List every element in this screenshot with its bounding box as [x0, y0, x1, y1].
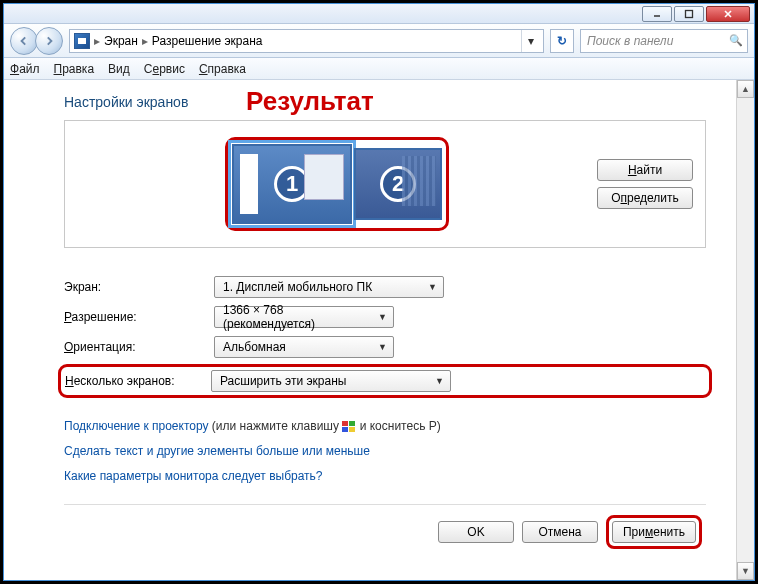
screen-select[interactable]: 1. Дисплей мобильного ПК ▼: [214, 276, 444, 298]
scroll-up-button[interactable]: ▲: [737, 80, 754, 98]
highlight-apply: Применить: [606, 515, 702, 549]
titlebar: [4, 4, 754, 24]
monitor-number: 1: [274, 166, 310, 202]
orientation-select[interactable]: Альбомная ▼: [214, 336, 394, 358]
monitor-1[interactable]: 1: [232, 144, 352, 224]
ok-button[interactable]: OK: [438, 521, 514, 543]
resolution-select[interactable]: 1366 × 768 (рекомендуется) ▼: [214, 306, 394, 328]
breadcrumb-item[interactable]: Разрешение экрана: [152, 34, 263, 48]
multi-label: Несколько экранов:: [65, 374, 197, 388]
vertical-scrollbar[interactable]: ▲ ▼: [736, 80, 754, 580]
menu-view[interactable]: Вид: [108, 62, 130, 76]
search-placeholder: Поиск в панели: [587, 34, 673, 48]
footer-buttons: OK Отмена Применить: [64, 505, 706, 553]
menu-file[interactable]: Файл: [10, 62, 40, 76]
projector-link[interactable]: Подключение к проектору: [64, 419, 209, 433]
windows-key-icon: [342, 421, 356, 433]
back-button[interactable]: [10, 27, 38, 55]
menu-tools[interactable]: Сервис: [144, 62, 185, 76]
address-bar: ▸ Экран ▸ Разрешение экрана ▾ ↻ Поиск в …: [4, 24, 754, 58]
content-area: Результат Настройки экранов 1 2: [4, 80, 736, 580]
window: ▸ Экран ▸ Разрешение экрана ▾ ↻ Поиск в …: [3, 3, 755, 581]
orientation-value: Альбомная: [223, 340, 286, 354]
screen-label: Экран:: [64, 280, 194, 294]
projector-hint2: и коснитесь P): [360, 419, 441, 433]
page-title: Настройки экранов: [64, 94, 706, 110]
menu-help[interactable]: Справка: [199, 62, 246, 76]
multi-display-select[interactable]: Расширить эти экраны ▼: [211, 370, 451, 392]
control-panel-icon: [74, 33, 90, 49]
scroll-down-button[interactable]: ▼: [737, 562, 754, 580]
identify-button[interactable]: Определить: [597, 187, 693, 209]
monitor-2[interactable]: 2: [354, 148, 442, 220]
apply-button[interactable]: Применить: [612, 521, 696, 543]
chevron-right-icon: ▸: [94, 34, 100, 48]
breadcrumb-item[interactable]: Экран: [104, 34, 138, 48]
svg-rect-1: [686, 10, 693, 17]
projector-hint: (или нажмите клавишу: [212, 419, 343, 433]
links-section: Подключение к проектору (или нажмите кла…: [64, 414, 706, 490]
orientation-label: Ориентация:: [64, 340, 194, 354]
refresh-button[interactable]: ↻: [550, 29, 574, 53]
resolution-value: 1366 × 768 (рекомендуется): [223, 303, 378, 331]
resolution-label: Разрешение:: [64, 310, 194, 324]
chevron-down-icon: ▼: [435, 376, 444, 386]
chevron-down-icon: ▼: [428, 282, 437, 292]
monitor-params-link[interactable]: Какие параметры монитора следует выбрать…: [64, 469, 323, 483]
chevron-down-icon: ▼: [378, 342, 387, 352]
menu-edit[interactable]: Правка: [54, 62, 95, 76]
highlight-multi-row: Несколько экранов: Расширить эти экраны …: [58, 364, 712, 398]
close-button[interactable]: [706, 6, 750, 22]
search-input[interactable]: Поиск в панели: [580, 29, 748, 53]
breadcrumb[interactable]: ▸ Экран ▸ Разрешение экрана ▾: [69, 29, 544, 53]
monitor-number: 2: [380, 166, 416, 202]
screen-value: 1. Дисплей мобильного ПК: [223, 280, 372, 294]
display-preview: 1 2 Найти Определить: [64, 120, 706, 248]
maximize-button[interactable]: [674, 6, 704, 22]
scroll-track[interactable]: [737, 98, 754, 562]
text-size-link[interactable]: Сделать текст и другие элементы больше и…: [64, 444, 370, 458]
menubar: Файл Правка Вид Сервис Справка: [4, 58, 754, 80]
highlight-monitors: 1 2: [225, 137, 449, 231]
multi-value: Расширить эти экраны: [220, 374, 346, 388]
breadcrumb-dropdown[interactable]: ▾: [521, 30, 539, 52]
result-overlay-label: Результат: [246, 86, 374, 117]
cancel-button[interactable]: Отмена: [522, 521, 598, 543]
minimize-button[interactable]: [642, 6, 672, 22]
chevron-down-icon: ▼: [378, 312, 387, 322]
chevron-right-icon: ▸: [142, 34, 148, 48]
detect-button[interactable]: Найти: [597, 159, 693, 181]
forward-button[interactable]: [35, 27, 63, 55]
